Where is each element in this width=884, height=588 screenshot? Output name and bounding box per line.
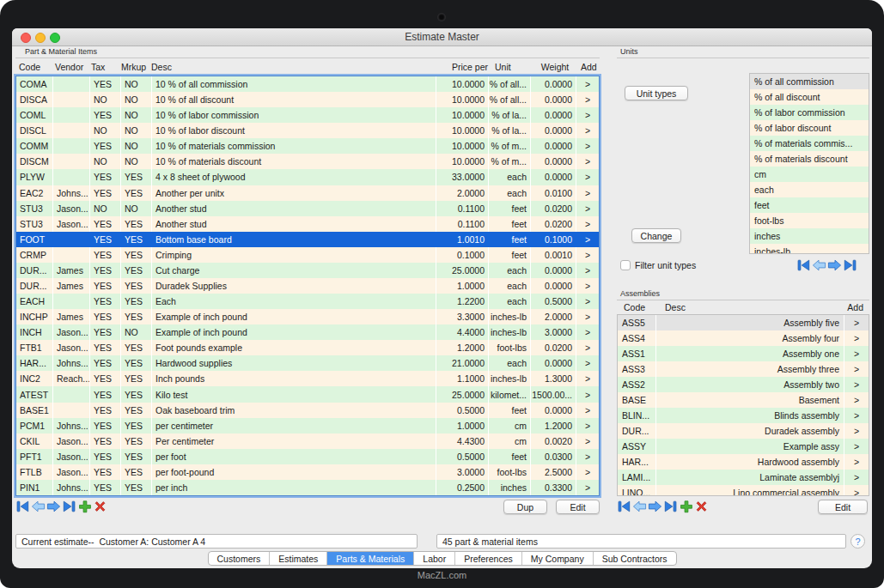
last-assembly-icon[interactable] bbox=[663, 500, 678, 513]
previous-unit-icon[interactable] bbox=[812, 258, 826, 272]
next-unit-icon[interactable] bbox=[827, 258, 842, 272]
assembly-list-row[interactable]: ASS4Assembly four> bbox=[618, 330, 869, 346]
cell-add[interactable]: > bbox=[576, 433, 599, 449]
cell-add[interactable]: > bbox=[576, 403, 599, 418]
cell-add[interactable]: > bbox=[844, 330, 869, 346]
unit-list-item[interactable]: % of labor commission bbox=[750, 105, 869, 120]
assembly-list-row[interactable]: LAMI...Laminate assemblyj> bbox=[618, 470, 869, 485]
unit-list-item[interactable]: inches-lb bbox=[750, 244, 869, 254]
assembly-list-row[interactable]: ASS3Assembly three> bbox=[618, 361, 869, 377]
cell-add[interactable]: > bbox=[576, 107, 599, 123]
cell-add[interactable]: > bbox=[576, 278, 599, 294]
parts-table-row[interactable]: DUR...JamesYESYESDuradek Supplies1.0000e… bbox=[16, 278, 599, 294]
cell-add[interactable]: > bbox=[576, 324, 599, 340]
parts-table-row[interactable]: INC2Reach...YESYESInch pounds1.1000inche… bbox=[16, 371, 599, 386]
parts-table-row[interactable]: STU3Jason...NONOAnother stud0.1100feet0.… bbox=[16, 201, 599, 216]
assembly-list-row[interactable]: HAR...Hardwood assembly> bbox=[618, 454, 869, 470]
parts-table-row[interactable]: INCHJason...YESNOExample of inch pound4.… bbox=[16, 324, 599, 340]
cell-add[interactable]: > bbox=[576, 247, 599, 263]
tab-sub-contractors[interactable]: Sub Contractors bbox=[594, 552, 676, 565]
assembly-list-row[interactable]: LINO...Lino commercial assembly> bbox=[618, 485, 869, 496]
cell-add[interactable]: > bbox=[844, 315, 869, 330]
cell-add[interactable]: > bbox=[576, 449, 599, 464]
cell-add[interactable]: > bbox=[576, 201, 599, 216]
unit-list-item[interactable]: % of all commission bbox=[750, 74, 869, 89]
parts-table-row[interactable]: COMLYESNO10 % of labor commission10.0000… bbox=[16, 107, 599, 123]
parts-table-row[interactable]: COMAYESNO10 % of all commission10.0000% … bbox=[16, 76, 599, 92]
assembly-list-row[interactable]: DUR...Duradek assembly> bbox=[618, 423, 869, 439]
parts-table-row[interactable]: EACHYESYESEach1.2200each0.5000> bbox=[16, 294, 599, 309]
cell-add[interactable]: > bbox=[844, 392, 869, 408]
parts-table-row[interactable]: ATESTYESYESKilo test25.0000kilomet...150… bbox=[16, 386, 599, 402]
cell-add[interactable]: > bbox=[576, 294, 599, 309]
previous-record-icon[interactable] bbox=[31, 500, 46, 513]
parts-table-row[interactable]: FTB1Jason...YESYESFoot pounds example1.2… bbox=[16, 340, 599, 355]
change-button[interactable]: Change bbox=[631, 228, 681, 243]
add-assembly-icon[interactable] bbox=[679, 500, 693, 513]
assembly-list-row[interactable]: BLIN...Blinds assembly> bbox=[618, 408, 869, 423]
add-record-icon[interactable] bbox=[77, 500, 92, 513]
unit-list-item[interactable]: % of labor discount bbox=[750, 120, 869, 136]
cell-add[interactable]: > bbox=[844, 346, 869, 361]
assembly-list-row[interactable]: ASSYExample assy> bbox=[618, 439, 869, 454]
parts-table-row[interactable]: BASE1YESYESOak baseboard trim0.5000feet0… bbox=[16, 403, 599, 418]
edit-parts-button[interactable]: Edit bbox=[556, 500, 600, 514]
tab-customers[interactable]: Customers bbox=[208, 552, 270, 565]
cell-add[interactable]: > bbox=[576, 355, 599, 371]
cell-add[interactable]: > bbox=[576, 386, 599, 402]
unit-list-item[interactable]: each bbox=[750, 182, 869, 197]
cell-add[interactable]: > bbox=[844, 423, 869, 439]
cell-add[interactable]: > bbox=[576, 232, 599, 247]
dup-button[interactable]: Dup bbox=[503, 500, 547, 514]
current-estimate-field[interactable]: Current estimate-- Customer A: Customer … bbox=[15, 534, 418, 549]
cell-add[interactable]: > bbox=[576, 309, 599, 324]
cell-add[interactable]: > bbox=[576, 123, 599, 138]
parts-table-row[interactable]: INCHPJamesYESYESExample of inch pound3.3… bbox=[16, 309, 599, 324]
unit-list-item[interactable]: % of all discount bbox=[750, 89, 869, 105]
cell-add[interactable]: > bbox=[844, 485, 869, 496]
cell-add[interactable]: > bbox=[844, 439, 869, 454]
unit-list-item[interactable]: feet bbox=[750, 197, 869, 213]
parts-table-row[interactable]: PFT1Jason...YESYESper foot0.5000feet0.03… bbox=[16, 449, 599, 464]
assembly-list-row[interactable]: ASS2Assembly two> bbox=[618, 377, 869, 392]
parts-table-row[interactable]: HAR...Johns...YESYESHardwood supplies21.… bbox=[16, 355, 599, 371]
cell-add[interactable]: > bbox=[576, 169, 599, 185]
parts-table-row[interactable]: DISCMNONO10 % of materials discount10.00… bbox=[16, 154, 599, 169]
parts-table-row[interactable]: PCM1Johns...YESYESper centimeter1.0000cm… bbox=[16, 418, 599, 433]
parts-table-row[interactable]: EAC2Johns...YESYESAnother per unitx2.000… bbox=[16, 185, 599, 201]
cell-add[interactable]: > bbox=[844, 377, 869, 392]
parts-table-row[interactable]: DISCANONO10 % of all discount10.0000% of… bbox=[16, 92, 599, 107]
previous-assembly-icon[interactable] bbox=[632, 500, 647, 513]
parts-table-row[interactable]: FTLBJason...YESYESper foot-pound3.0000fo… bbox=[16, 464, 599, 480]
tab-preferences[interactable]: Preferences bbox=[455, 552, 522, 565]
checkbox-box[interactable] bbox=[620, 260, 631, 270]
unit-list-item[interactable]: % of materials commis... bbox=[750, 136, 869, 151]
delete-assembly-icon[interactable] bbox=[694, 500, 709, 513]
cell-add[interactable]: > bbox=[844, 454, 869, 470]
cell-add[interactable]: > bbox=[576, 480, 599, 495]
parts-table-row[interactable]: FOOTYESYESBottom base board1.0010feet0.1… bbox=[16, 232, 599, 247]
cell-add[interactable]: > bbox=[576, 92, 599, 107]
cell-add[interactable]: > bbox=[576, 418, 599, 433]
next-assembly-icon[interactable] bbox=[648, 500, 662, 513]
parts-table-row[interactable]: DISCLNONO10 % of labor discount10.0000% … bbox=[16, 123, 599, 138]
parts-table-row[interactable]: DUR...JamesYESYESCut charge25.0000each0.… bbox=[16, 263, 599, 278]
cell-add[interactable]: > bbox=[844, 470, 869, 485]
first-unit-icon[interactable] bbox=[796, 258, 811, 272]
last-record-icon[interactable] bbox=[62, 500, 76, 513]
parts-table-row[interactable]: PLYWYESYES4 x 8 sheet of plywood33.0000e… bbox=[16, 169, 599, 185]
unit-list-item[interactable]: cm bbox=[750, 167, 869, 182]
cell-add[interactable]: > bbox=[844, 361, 869, 377]
items-count-field[interactable]: 45 part & material items bbox=[436, 534, 846, 549]
cell-add[interactable]: > bbox=[576, 371, 599, 386]
assembly-list-row[interactable]: ASS5Assembly five> bbox=[618, 315, 869, 330]
help-icon[interactable]: ? bbox=[850, 534, 865, 549]
tab-parts-materials[interactable]: Parts & Materials bbox=[327, 552, 414, 565]
unit-types-button[interactable]: Unit types bbox=[625, 86, 688, 100]
tab-labor[interactable]: Labor bbox=[414, 552, 455, 565]
parts-table-row[interactable]: STU3Jason...YESYESAnother stud0.1100feet… bbox=[16, 216, 599, 232]
cell-add[interactable]: > bbox=[576, 464, 599, 480]
assembly-list-row[interactable]: ASS1Assembly one> bbox=[618, 346, 869, 361]
parts-table[interactable]: COMAYESNO10 % of all commission10.0000% … bbox=[15, 76, 600, 496]
assemblies-list[interactable]: ASS5Assembly five>ASS4Assembly four>ASS1… bbox=[617, 314, 869, 496]
